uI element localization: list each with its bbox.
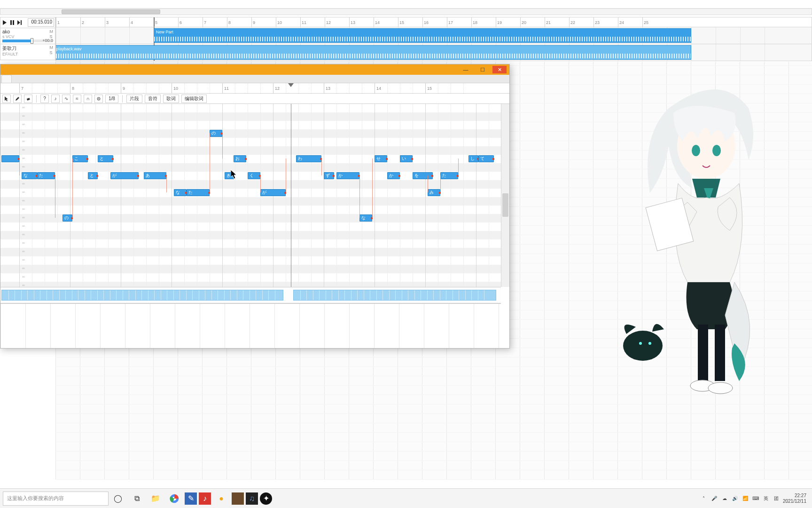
editor-playhead-marker[interactable] — [288, 83, 294, 87]
hscroll-thumb[interactable] — [62, 9, 160, 14]
menu-clip[interactable]: 片段 — [126, 95, 142, 103]
phoneme-strip[interactable] — [0, 287, 501, 303]
note[interactable]: せ — [375, 155, 387, 162]
tool-link-icon[interactable]: ∿ — [62, 95, 70, 103]
tool-eraser[interactable] — [24, 95, 32, 103]
note[interactable]: き — [225, 172, 234, 179]
note[interactable]: あ — [144, 172, 167, 179]
note[interactable]: を — [413, 172, 433, 179]
close-button[interactable]: ✕ — [492, 66, 507, 73]
note[interactable]: た — [37, 172, 55, 179]
editor-ruler[interactable]: 789101112131415 — [0, 83, 509, 94]
taskview-icon[interactable]: ⧉ — [128, 490, 145, 507]
tray-clock[interactable]: 22:27 2021/12/11 — [783, 493, 806, 504]
note[interactable]: な — [22, 172, 37, 179]
audio-clip[interactable]: videoplayback.wav — [55, 45, 691, 60]
note[interactable]: し — [468, 155, 479, 162]
solo-button[interactable]: S — [50, 50, 54, 55]
bar-marker: 1 — [56, 17, 61, 27]
skip-end-button[interactable] — [16, 19, 23, 26]
svg-rect-2 — [21, 20, 22, 25]
arranger-playhead[interactable] — [154, 17, 155, 27]
tray-mic-icon[interactable]: 🎤 — [710, 495, 718, 502]
note[interactable]: と — [88, 172, 98, 179]
piano-roll[interactable]: ∞∞∞∞∞∞∞∞∞∞∞∞∞∞∞∞∞∞∞∞∞∞なたのこととがあなたのおきくがわずか… — [0, 104, 501, 287]
note[interactable] — [1, 155, 19, 162]
note[interactable]: が — [260, 189, 286, 196]
play-button[interactable] — [1, 19, 8, 26]
hscroll-top[interactable] — [0, 8, 812, 15]
note[interactable]: お — [234, 155, 246, 162]
tool-help[interactable]: ? — [40, 95, 49, 103]
note[interactable]: の — [210, 130, 222, 137]
maximize-button[interactable]: ☐ — [476, 66, 490, 73]
tray-chevron-icon[interactable]: ˄ — [700, 495, 708, 502]
tool-vibrato-icon[interactable]: ≈ — [73, 95, 81, 103]
clock-date: 2021/12/11 — [783, 499, 806, 504]
quantize-value[interactable]: 1/8 — [105, 95, 118, 103]
app-icon-2[interactable]: ♪ — [199, 492, 211, 505]
tray-wifi-icon[interactable]: 📶 — [742, 495, 749, 502]
arranger-lane-midi[interactable]: New Part — [55, 27, 812, 44]
bar-marker: 11 — [300, 17, 307, 27]
param-pane[interactable] — [0, 303, 501, 348]
note[interactable]: か — [336, 172, 359, 179]
tray-keyboard-icon[interactable]: ⌨ — [752, 495, 759, 502]
note[interactable]: か — [387, 172, 400, 179]
midi-clip[interactable]: New Part — [154, 28, 691, 43]
time-display[interactable]: 00:15.010 — [28, 18, 54, 27]
app-icon-6[interactable]: ✦ — [260, 492, 272, 505]
chrome-icon[interactable] — [166, 490, 183, 507]
note[interactable]: な — [174, 189, 187, 196]
note[interactable]: な — [359, 214, 372, 222]
editor-vscroll-thumb[interactable] — [502, 193, 508, 217]
menu-edit-lyric[interactable]: 编辑歌词 — [181, 95, 207, 103]
editor-vscroll[interactable] — [501, 104, 509, 287]
track-row-1[interactable]: 姜歌刀 EFAULT MS — [0, 44, 55, 60]
app-icon-3[interactable]: ● — [213, 490, 230, 507]
app-icon-4[interactable] — [232, 492, 244, 505]
tool-pitch-icon[interactable]: ∩ — [84, 95, 92, 103]
tool-pencil[interactable] — [13, 95, 22, 103]
editor-tab[interactable] — [1, 75, 12, 83]
explorer-icon[interactable]: 📁 — [147, 490, 164, 507]
note[interactable]: が — [110, 172, 138, 179]
bar-marker: 20 — [520, 17, 527, 27]
arranger-ruler[interactable]: 1234567891011121314151617181920212223242… — [55, 17, 812, 27]
note[interactable]: た — [440, 172, 458, 179]
strip-segment[interactable] — [1, 290, 283, 301]
tray-volume-icon[interactable]: 🔊 — [731, 495, 739, 502]
note[interactable]: こ — [72, 155, 87, 162]
cortana-icon[interactable]: ◯ — [109, 490, 126, 507]
note[interactable]: と — [98, 155, 113, 162]
note[interactable]: い — [400, 155, 413, 162]
tool-note-icon[interactable]: ♪ — [51, 95, 60, 103]
tool-arrow[interactable] — [2, 95, 11, 103]
note[interactable]: わ — [296, 155, 321, 162]
note[interactable]: み — [428, 189, 440, 196]
minimize-button[interactable]: — — [459, 66, 473, 73]
mute-button[interactable]: M — [50, 29, 54, 34]
taskbar-search[interactable]: 这里输入你要搜索的内容 — [3, 492, 109, 506]
note[interactable]: く — [248, 172, 260, 179]
mute-button[interactable]: M — [50, 45, 54, 50]
tool-gear-icon[interactable] — [94, 95, 103, 103]
app-icon-1[interactable]: ✎ — [185, 492, 197, 505]
menu-lyric[interactable]: 歌词 — [163, 95, 179, 103]
app-icon-5[interactable]: ♫ — [246, 492, 258, 505]
editor-titlebar[interactable]: — ☐ ✕ — [0, 64, 509, 75]
menu-note[interactable]: 音符 — [145, 95, 161, 103]
tray-cloud-icon[interactable]: ☁ — [721, 495, 728, 502]
ime-mode[interactable]: 团 — [773, 495, 780, 502]
ime-lang[interactable]: 英 — [762, 495, 770, 502]
svg-point-5 — [98, 98, 99, 99]
note[interactable]: た — [187, 189, 210, 196]
track-row-0[interactable]: ako s VCV MS +00.0 — [0, 28, 55, 44]
note[interactable]: の — [62, 214, 73, 222]
note[interactable]: て — [478, 155, 493, 162]
editor-playhead[interactable] — [291, 104, 291, 287]
pause-button[interactable] — [9, 19, 16, 26]
strip-segment[interactable] — [293, 290, 496, 301]
note[interactable]: ず — [324, 172, 334, 179]
arranger-lane-audio[interactable]: videoplayback.wav — [55, 44, 812, 61]
